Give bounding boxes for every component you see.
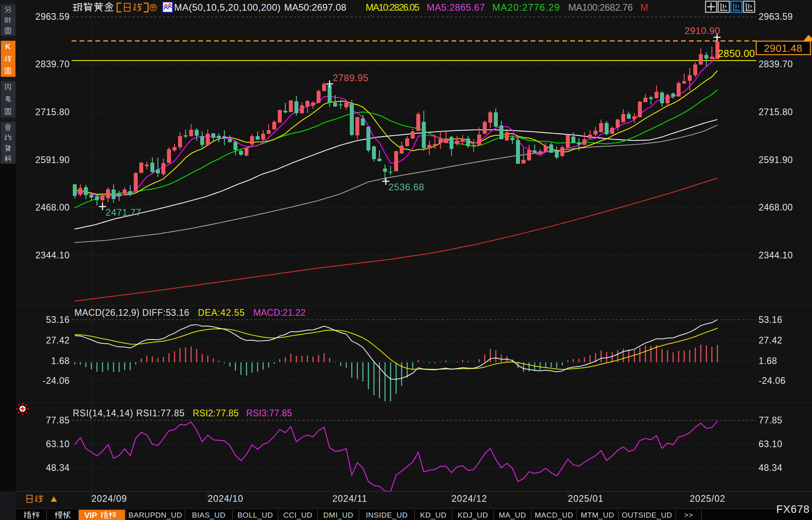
svg-text:2910.90: 2910.90 (685, 25, 720, 36)
svg-text:2471.77: 2471.77 (106, 207, 141, 218)
svg-text:2850.00: 2850.00 (718, 48, 755, 59)
svg-text:2024/09: 2024/09 (91, 493, 127, 504)
svg-text:2468.00: 2468.00 (35, 202, 70, 213)
svg-text:>>: >> (684, 511, 693, 519)
svg-text:2025/01: 2025/01 (568, 493, 603, 504)
svg-text:2536.68: 2536.68 (389, 182, 424, 192)
svg-text:CCI_UD: CCI_UD (283, 511, 313, 520)
svg-text:2591.90: 2591.90 (35, 155, 70, 165)
svg-text:2024/11: 2024/11 (332, 493, 367, 504)
svg-text:63.10: 63.10 (759, 439, 782, 449)
svg-text:2591.90: 2591.90 (759, 155, 793, 165)
svg-text:BARUPDN_UD: BARUPDN_UD (129, 511, 182, 520)
svg-text:-24.06: -24.06 (43, 376, 70, 386)
svg-text:2839.70: 2839.70 (759, 59, 793, 69)
svg-text:48.34: 48.34 (759, 463, 782, 473)
svg-text:MACD:21.22: MACD:21.22 (253, 307, 305, 318)
svg-text:2963.59: 2963.59 (759, 11, 793, 22)
svg-text:MA5:2865.67: MA5:2865.67 (427, 2, 485, 13)
svg-text:53.16: 53.16 (46, 315, 70, 325)
svg-text:MA20:2776.29: MA20:2776.29 (492, 2, 560, 13)
svg-text:KD_UD: KD_UD (420, 511, 447, 520)
svg-text:MA50:2697.08: MA50:2697.08 (284, 2, 346, 13)
svg-text:MA10:2826.05: MA10:2826.05 (366, 2, 419, 13)
svg-text:INSIDE_UD: INSIDE_UD (366, 511, 408, 520)
svg-text:2901.48: 2901.48 (764, 42, 802, 54)
svg-text:MTM_UD: MTM_UD (581, 511, 614, 520)
svg-text:27.42: 27.42 (46, 335, 70, 345)
svg-text:27.42: 27.42 (759, 335, 782, 345)
svg-text:2344.10: 2344.10 (759, 250, 793, 260)
svg-text:K: K (6, 43, 11, 51)
svg-text:2468.00: 2468.00 (759, 202, 793, 213)
svg-text:2839.70: 2839.70 (35, 59, 70, 69)
svg-text:-24.06: -24.06 (759, 376, 785, 386)
svg-text:2963.59: 2963.59 (35, 11, 70, 22)
svg-text:2789.95: 2789.95 (333, 72, 368, 83)
svg-text:1.68: 1.68 (759, 356, 777, 366)
svg-text:1.68: 1.68 (51, 356, 70, 366)
svg-text:DEA:42.55: DEA:42.55 (198, 307, 245, 318)
svg-text:FX678: FX678 (776, 503, 810, 515)
svg-text:MACD(26,12,9) DIFF:53.16: MACD(26,12,9) DIFF:53.16 (74, 307, 189, 318)
svg-text:2024/10: 2024/10 (208, 493, 243, 504)
svg-text:RSI(14,14,14) RSI1:77.85: RSI(14,14,14) RSI1:77.85 (73, 408, 184, 418)
svg-text:2344.10: 2344.10 (35, 250, 70, 260)
svg-text:2715.80: 2715.80 (35, 107, 70, 117)
svg-text:BOLL_UD: BOLL_UD (237, 511, 273, 520)
svg-text:2025/02: 2025/02 (690, 493, 725, 504)
svg-text:77.85: 77.85 (46, 415, 70, 425)
svg-text:MA(50,10,5,20,100,200): MA(50,10,5,20,100,200) (174, 2, 281, 13)
svg-text:RSI3:77.85: RSI3:77.85 (246, 408, 292, 418)
svg-text:MACD_UD: MACD_UD (535, 511, 573, 520)
svg-text:2715.80: 2715.80 (759, 107, 793, 117)
svg-text:BIAS_UD: BIAS_UD (192, 511, 226, 520)
svg-text:53.16: 53.16 (759, 315, 782, 325)
svg-text:VIP: VIP (84, 511, 97, 520)
svg-text:48.34: 48.34 (46, 463, 70, 473)
svg-text:M: M (640, 2, 648, 13)
svg-text:DMI_UD: DMI_UD (323, 511, 353, 520)
svg-text:77.85: 77.85 (759, 415, 782, 425)
svg-text:MA_UD: MA_UD (499, 511, 526, 520)
svg-text:KDJ_UD: KDJ_UD (458, 511, 488, 520)
svg-text:OUTSIDE_UD: OUTSIDE_UD (622, 511, 672, 520)
svg-text:MA100:2682.76: MA100:2682.76 (568, 2, 633, 13)
svg-text:63.10: 63.10 (46, 439, 70, 449)
svg-text:2024/12: 2024/12 (452, 493, 487, 504)
svg-text:RSI2:77.85: RSI2:77.85 (193, 408, 239, 418)
